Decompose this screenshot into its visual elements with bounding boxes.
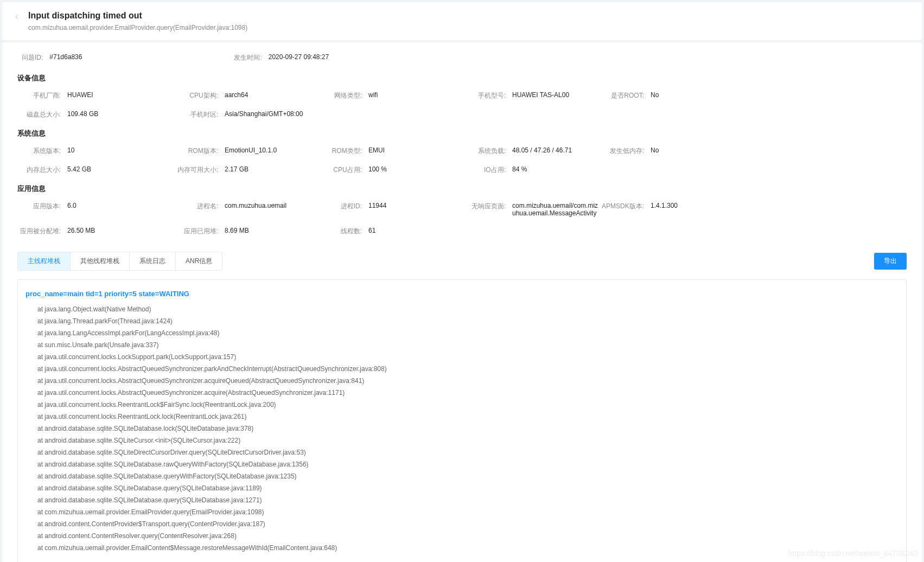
stack-line: at java.util.concurrent.locks.AbstractQu… <box>26 375 898 387</box>
info-label: 发生低内存: <box>601 146 644 156</box>
info-value: 5.42 GB <box>67 165 91 173</box>
info-cell: 进程ID:11944 <box>318 199 462 220</box>
export-button[interactable]: 导出 <box>874 253 907 270</box>
info-value: wifi <box>368 91 378 99</box>
info-row: 磁盘总大小:109.48 GB手机时区:Asia/Shanghai/GMT+08… <box>17 107 907 122</box>
info-label: ROM版本: <box>175 146 218 156</box>
info-cell: 进程名:com.muzuhua.uemail <box>175 199 318 220</box>
info-label: 手机厂商: <box>17 91 61 100</box>
info-cell: 无响应页面:com.mizuhua.uemail/com.mizuhua.uem… <box>462 199 601 220</box>
stack-line: at java.util.concurrent.locks.LockSuppor… <box>26 351 898 363</box>
info-value: EmotionUI_10.1.0 <box>225 146 277 154</box>
info-value: 61 <box>368 227 375 234</box>
section-title-app: 应用信息 <box>17 184 907 194</box>
info-value: 100 % <box>368 165 387 173</box>
stack-line: at android.database.sqlite.SQLiteDatabas… <box>26 494 898 506</box>
time-label: 发生时间: <box>234 53 262 62</box>
info-label: 应用已用堆: <box>175 227 218 236</box>
info-cell: 手机型号:HUAWEI TAS-AL00 <box>462 88 601 103</box>
info-row: 应用被分配堆:26.50 MB应用已用堆:8.69 MB线程数:61 <box>17 224 907 239</box>
stack-line: at java.util.concurrent.locks.AbstractQu… <box>26 363 898 375</box>
stack-line: at com.mizuhua.uemail.provider.EmailProv… <box>26 506 898 518</box>
stack-line: at android.database.sqlite.SQLiteDirectC… <box>26 446 898 458</box>
info-cell: ROM类型:EMUI <box>318 144 462 158</box>
info-row: 系统版本:10ROM版本:EmotionUI_10.1.0ROM类型:EMUI系… <box>17 144 907 158</box>
info-label: 系统版本: <box>17 146 61 156</box>
info-row: 手机厂商:HUAWEICPU架构:aarch64网络类型:wifi手机型号:HU… <box>17 88 907 103</box>
tab-3[interactable]: ANR信息 <box>176 252 222 270</box>
info-value: com.mizuhua.uemail/com.mizuhua.uemail.Me… <box>512 202 601 217</box>
section-title-system: 系统信息 <box>17 129 907 138</box>
info-value: 48.05 / 47.26 / 46.71 <box>512 146 572 154</box>
info-label: 网络类型: <box>318 91 362 100</box>
tab-1[interactable]: 其他线程堆栈 <box>71 252 130 270</box>
info-label: CPU占用: <box>318 165 362 175</box>
info-label: 进程名: <box>175 202 218 211</box>
info-label: 是否ROOT: <box>601 91 644 100</box>
stack-line: at android.database.sqlite.SQLiteCursor.… <box>26 435 898 446</box>
info-value: 109.48 GB <box>67 110 98 118</box>
info-cell: 应用被分配堆:26.50 MB <box>17 224 175 239</box>
info-cell: 线程数:61 <box>318 224 462 239</box>
info-label: 进程ID: <box>318 202 362 211</box>
info-value: 26.50 MB <box>67 227 95 234</box>
info-cell: 内存总大小:5.42 GB <box>17 163 175 177</box>
info-label: 线程数: <box>318 227 362 236</box>
info-label: 内存可用大小: <box>175 165 218 175</box>
stack-line: at android.database.sqlite.SQLiteDatabas… <box>26 482 898 494</box>
stack-line: at java.lang.Thread.parkFor(Thread.java:… <box>26 315 898 327</box>
back-icon[interactable] <box>13 13 24 22</box>
stack-line: at android.content.ContentResolver.query… <box>26 530 898 542</box>
info-cell: 是否ROOT:No <box>601 88 709 103</box>
info-cell: ROM版本:EmotionUI_10.1.0 <box>175 144 318 158</box>
info-cell: 手机厂商:HUAWEI <box>17 88 175 103</box>
info-cell: 磁盘总大小:109.48 GB <box>17 107 175 122</box>
page-subtitle: com.mizuhua.uemail.provider.EmailProvide… <box>28 24 247 31</box>
info-cell: 发生低内存:No <box>601 144 709 158</box>
info-cell: 应用版本:6.0 <box>17 199 175 220</box>
main-content: 问题ID: #71d6a836 发生时间: 2020-09-27 09:48:2… <box>2 42 922 562</box>
info-value: HUAWEI TAS-AL00 <box>512 91 569 99</box>
info-value: 8.69 MB <box>225 227 249 234</box>
info-value: HUAWEI <box>67 91 93 99</box>
time-value: 2020-09-27 09:48:27 <box>269 53 329 62</box>
tabs: 主线程堆栈其他线程堆栈系统日志ANR信息 <box>17 252 222 271</box>
info-value: No <box>651 146 659 154</box>
info-label: 应用被分配堆: <box>17 227 61 236</box>
info-label: 手机型号: <box>462 91 506 100</box>
info-value: 1.4.1.300 <box>651 202 678 209</box>
tabs-row: 主线程堆栈其他线程堆栈系统日志ANR信息 导出 <box>17 252 907 271</box>
stack-line: at com.mizuhua.uemail.provider.EmailCont… <box>26 542 898 554</box>
info-label: 手机时区: <box>175 110 218 119</box>
info-label: ROM类型: <box>318 146 362 156</box>
info-label: 无响应页面: <box>462 202 506 211</box>
stack-line: at java.lang.LangAccessImpl.parkFor(Lang… <box>26 327 898 339</box>
info-label: IO占用: <box>462 165 506 175</box>
info-cell: CPU架构:aarch64 <box>175 88 318 103</box>
info-value: 11944 <box>368 202 386 209</box>
stack-line: at java.util.concurrent.locks.ReentrantL… <box>26 411 898 423</box>
page-header: Input dispatching timed out com.mizuhua.… <box>2 2 922 40</box>
info-value: 2.17 GB <box>225 165 248 173</box>
info-value: Asia/Shanghai/GMT+08:00 <box>225 110 303 118</box>
info-cell: 系统负载:48.05 / 47.26 / 46.71 <box>462 144 601 158</box>
info-cell: CPU占用:100 % <box>318 163 462 177</box>
info-value: 84 % <box>512 165 527 173</box>
tab-0[interactable]: 主线程堆栈 <box>18 252 71 270</box>
info-value: 10 <box>67 146 74 154</box>
info-label: 应用版本: <box>17 202 61 211</box>
stack-line: at android.database.sqlite.SQLiteDatabas… <box>26 470 898 482</box>
stack-line: at android.database.sqlite.SQLiteDatabas… <box>26 458 898 470</box>
info-cell: 应用已用堆:8.69 MB <box>175 224 318 239</box>
stack-line: at java.lang.Object.wait(Native Method) <box>26 303 898 315</box>
info-row: 应用版本:6.0进程名:com.muzuhua.uemail进程ID:11944… <box>17 199 907 220</box>
issue-id-value: #71d6a836 <box>49 53 82 62</box>
info-label: 系统负载: <box>462 146 506 156</box>
issue-id-label: 问题ID: <box>22 53 43 62</box>
info-cell: 手机时区:Asia/Shanghai/GMT+08:00 <box>175 107 318 122</box>
stack-line: at sun.misc.Unsafe.park(Unsafe.java:337) <box>26 339 898 351</box>
info-value: aarch64 <box>225 91 248 99</box>
section-title-device: 设备信息 <box>17 73 907 83</box>
tab-2[interactable]: 系统日志 <box>130 252 176 270</box>
info-value: EMUI <box>368 146 385 154</box>
